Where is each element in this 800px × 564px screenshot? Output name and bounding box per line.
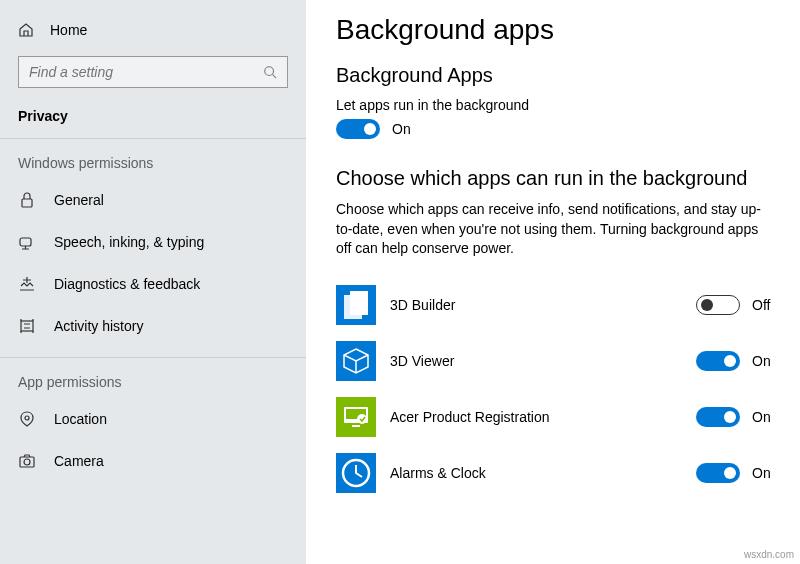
svg-rect-2 [20,238,31,246]
sidebar-item-diagnostics[interactable]: Diagnostics & feedback [0,263,306,305]
speech-icon [18,233,36,251]
section-title: Privacy [0,98,306,138]
watermark: wsxdn.com [744,549,794,560]
app-name: 3D Builder [390,297,682,313]
app-toggle[interactable] [696,351,740,371]
app-row: Alarms & Clock On [336,445,776,501]
app-name: 3D Viewer [390,353,682,369]
group-windows-permissions: Windows permissions [0,143,306,179]
sidebar-item-label: Diagnostics & feedback [54,276,200,292]
svg-point-6 [24,459,30,465]
app-row: Acer Product Registration On [336,389,776,445]
app-toggle-state: Off [752,297,776,313]
section-description: Choose which apps can receive info, send… [336,200,776,259]
search-field[interactable] [29,64,263,80]
sidebar-item-label: Location [54,411,107,427]
sidebar-item-label: Speech, inking, & typing [54,234,204,250]
apps-list: 3D Builder Off 3D Viewer On Acer Product… [336,277,776,501]
sidebar-item-general[interactable]: General [0,179,306,221]
sidebar-item-location[interactable]: Location [0,398,306,440]
app-name: Acer Product Registration [390,409,682,425]
search-input[interactable] [18,56,288,88]
sidebar-item-speech[interactable]: Speech, inking, & typing [0,221,306,263]
svg-rect-8 [350,291,368,315]
home-nav[interactable]: Home [0,14,306,46]
app-toggle[interactable] [696,295,740,315]
home-icon [18,22,34,38]
svg-rect-1 [22,199,32,207]
section-heading-choose: Choose which apps can run in the backgro… [336,167,776,190]
sidebar-item-label: Camera [54,453,104,469]
location-icon [18,410,36,428]
feedback-icon [18,275,36,293]
app-toggle-state: On [752,465,776,481]
app-toggle[interactable] [696,463,740,483]
lock-icon [18,191,36,209]
camera-icon [18,452,36,470]
svg-rect-12 [352,425,360,427]
svg-point-0 [265,67,274,76]
separator [0,357,306,358]
sidebar-item-label: General [54,192,104,208]
svg-rect-3 [21,321,33,331]
section-heading: Background Apps [336,64,776,87]
app-icon [336,341,376,381]
app-icon [336,285,376,325]
page-title: Background apps [336,14,776,46]
app-toggle-state: On [752,409,776,425]
app-toggle-state: On [752,353,776,369]
app-icon [336,397,376,437]
search-icon [263,65,277,79]
sidebar: Home Privacy Windows permissions General… [0,0,306,564]
main-content: Background apps Background Apps Let apps… [306,0,800,564]
master-toggle-label: Let apps run in the background [336,97,776,113]
app-icon [336,453,376,493]
sidebar-item-camera[interactable]: Camera [0,440,306,482]
home-label: Home [50,22,87,38]
svg-point-11 [357,414,367,424]
app-toggle[interactable] [696,407,740,427]
master-toggle-state: On [392,121,411,137]
group-app-permissions: App permissions [0,362,306,398]
history-icon [18,317,36,335]
sidebar-item-label: Activity history [54,318,143,334]
svg-point-4 [25,416,29,420]
separator [0,138,306,139]
app-name: Alarms & Clock [390,465,682,481]
app-row: 3D Viewer On [336,333,776,389]
sidebar-item-activity[interactable]: Activity history [0,305,306,347]
app-row: 3D Builder Off [336,277,776,333]
master-toggle[interactable] [336,119,380,139]
